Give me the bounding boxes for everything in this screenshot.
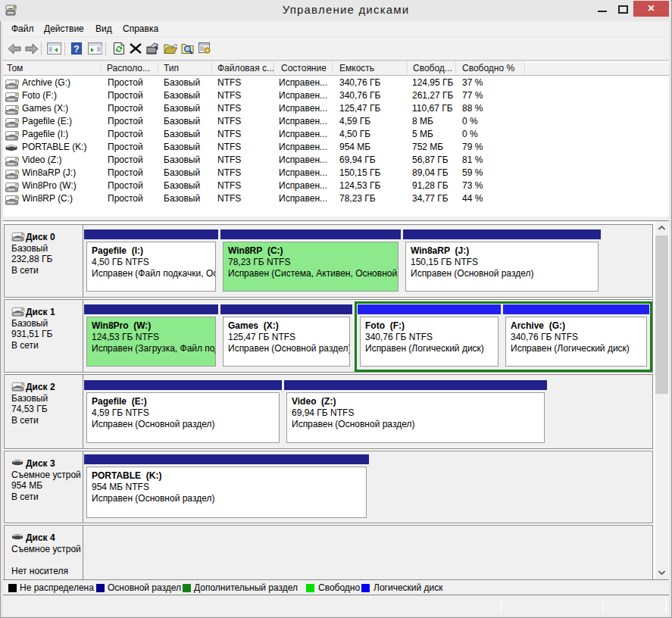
svg-text:?: ?: [73, 44, 79, 55]
